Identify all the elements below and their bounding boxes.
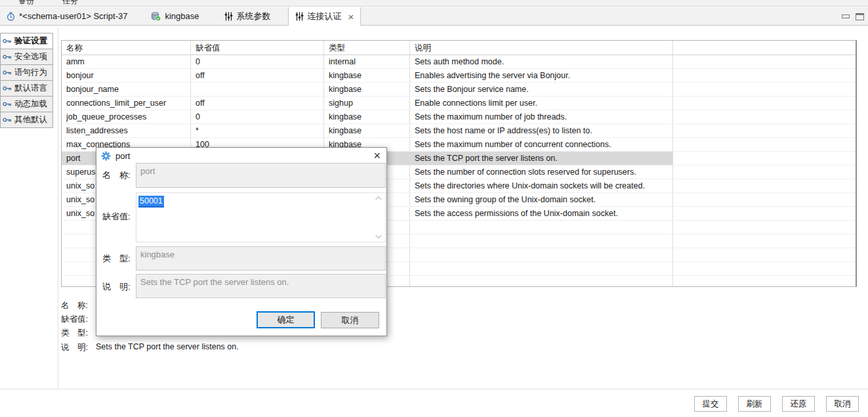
restore-button[interactable]: 还原 [782,396,815,412]
table-header-row: 名称缺省值类型说明 [62,41,856,55]
dialog-type-label: 类 型: [102,253,131,265]
maximize-icon[interactable] [856,13,864,20]
cancel-button[interactable]: 取消 [321,312,379,328]
table-row[interactable]: amm0internalSets auth method mode. [62,55,856,69]
dialog-default-field[interactable]: 50001 [136,192,386,242]
ok-button[interactable]: 确定 [257,311,315,328]
sidebar-item-label: 动态加载 [14,99,47,110]
key-icon [3,38,12,44]
tab-connection-auth[interactable]: 连接认证× [288,7,362,26]
script-icon [7,12,15,21]
table-cell: off [191,69,324,82]
tab-system-params[interactable]: 系统参数 [218,7,278,25]
table-row[interactable]: bonjour_namekingbaseSets the Bonjour ser… [62,83,856,97]
tab-bar: *<schema-user01> Script-37kingbase系统参数连接… [0,7,868,26]
footer-divider [0,389,868,389]
sidebar-item-label: 安全选项 [14,51,47,62]
sidebar-item-4[interactable]: 动态加载 [0,96,53,112]
column-header: 说明 [410,41,673,55]
column-header: 名称 [62,41,191,55]
table-cell: * [191,124,324,137]
sliders-icon [224,12,233,21]
database-check-icon [151,12,161,21]
table-cell: Sets the TCP port the server listens on. [410,152,673,165]
table-cell [410,234,673,248]
table-cell: kingbase [324,83,410,96]
column-header: 缺省值 [191,41,324,55]
sidebar-item-5[interactable]: 其他默认 [0,112,53,128]
toolbar-item-task[interactable]: 任务 [62,0,78,7]
sidebar-item-label: 默认语言 [14,83,47,94]
table-row[interactable]: bonjouroffkingbaseEnables advertising th… [62,69,856,83]
tab-label: kingbase [165,11,199,21]
column-header: 类型 [324,41,410,55]
table-cell: kingbase [324,69,410,82]
tab-close-icon[interactable]: × [348,12,354,22]
filler-cell [673,207,856,220]
spinner-down-icon[interactable] [375,234,382,239]
detail-desc-value: Sets the TCP port the server listens on. [96,342,239,351]
selected-text: 50001 [138,196,164,208]
table-cell: Sets auth method mode. [410,55,673,68]
tab-label: 系统参数 [237,11,271,22]
table-cell: bonjour_name [62,83,191,96]
port-dialog: port × 名 称: port 缺省值: 50001 类 型: kingbas… [96,147,387,336]
footer-buttons: 提交刷新还原取消 [694,396,859,412]
table-cell [191,83,324,96]
key-icon [3,54,12,60]
sliders-icon [295,12,304,21]
table-row[interactable]: listen_addresses*kingbaseSets the host n… [62,124,856,138]
filler-cell [673,234,856,248]
table-row[interactable]: connections_limit_per_useroffsighupEnabl… [62,97,856,110]
filler-cell [673,152,856,165]
submit-button[interactable]: 提交 [694,396,727,412]
filler-cell [673,55,856,68]
table-cell: 0 [191,110,324,123]
tab-label: 连接认证 [308,11,342,22]
filler-cell [673,262,856,275]
filler-cell [673,138,856,151]
detail-type-label: 类 型: [61,328,88,339]
tab-kingbase[interactable]: kingbase [144,7,205,25]
sidebar-item-label: 语句行为 [14,67,47,78]
minimize-icon[interactable] [842,14,850,18]
filler-cell [673,193,856,206]
table-cell: listen_addresses [62,124,191,137]
key-icon [3,70,12,76]
dialog-name-field[interactable]: port [136,163,386,188]
table-cell: amm [62,55,191,68]
dialog-desc-field[interactable]: Sets the TCP port the server listens on. [136,274,386,298]
tab-script[interactable]: *<schema-user01> Script-37 [0,7,134,25]
sidebar-item-2[interactable]: 语句行为 [0,64,53,81]
table-cell [410,262,673,275]
tab-label: *<schema-user01> Script-37 [19,11,127,21]
table-row[interactable]: job_queue_processes0kingbaseSets the max… [62,110,856,124]
key-icon [3,85,12,91]
cancel-button[interactable]: 取消 [826,396,859,412]
table-cell: 0 [191,55,324,68]
table-cell [410,248,673,261]
spinner-up-icon[interactable] [375,196,382,201]
sidebar-item-1[interactable]: 安全选项 [0,49,53,65]
dialog-title-bar[interactable]: port [96,148,386,164]
sidebar: 验证设置安全选项语句行为默认语言动态加载其他默认 [0,33,53,128]
filler-cell [673,83,856,96]
sidebar-item-3[interactable]: 默认语言 [0,80,53,97]
close-icon[interactable]: × [373,150,381,162]
table-cell: internal [324,55,410,68]
toolbar-item-backup[interactable]: 备份 [18,0,34,7]
table-cell: off [191,97,324,110]
sidebar-item-0[interactable]: 验证设置 [0,33,53,49]
filler-cell [673,69,856,82]
filler-cell [673,110,856,123]
detail-desc-label: 说 明: [61,342,88,353]
dialog-desc-label: 说 明: [102,281,131,293]
view-controls [842,7,864,26]
table-cell: job_queue_processes [62,110,191,123]
refresh-button[interactable]: 刷新 [738,396,771,412]
filler-cell [673,276,856,287]
table-cell: Sets the maximum number of concurrent co… [410,138,673,151]
dialog-type-field[interactable]: kingbase [136,246,386,271]
table-cell: Sets the maximum number of job threads. [410,110,673,123]
key-icon [3,101,12,107]
